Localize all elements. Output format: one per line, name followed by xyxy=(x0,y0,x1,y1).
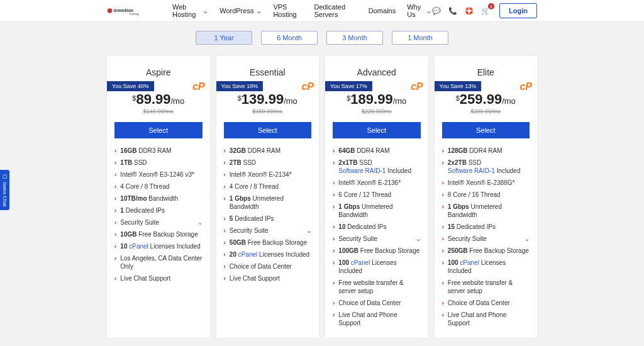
feature-item: Intel® Xeon® E-2388G* xyxy=(442,177,530,189)
nav-dedicated-servers[interactable]: Dedicated Servers xyxy=(314,3,357,18)
feature-item: 250GB Free Backup Storage xyxy=(442,245,530,257)
feature-item: Choice of Data Center xyxy=(333,297,421,309)
select-button[interactable]: Select xyxy=(442,122,530,138)
nav-label: VPS Hosting xyxy=(273,3,303,18)
feature-item: 10 cPanel Licenses Included xyxy=(114,240,203,252)
chevron-down-icon: ⌄ xyxy=(203,7,208,15)
chevron-down-icon: ⌄ xyxy=(416,235,421,243)
feature-item: 10 Dedicated IPs xyxy=(333,221,421,233)
term-6-month[interactable]: 6 Month xyxy=(261,31,318,45)
plan-price: $189.99/mo xyxy=(333,91,421,108)
select-button[interactable]: Select xyxy=(114,122,203,138)
feature-item: Intel® Xeon® E-2134* xyxy=(224,169,312,181)
feature-item: 4 Core / 8 Thread xyxy=(114,181,203,193)
original-price: $299.99/mo xyxy=(442,108,530,114)
chevron-down-icon: ⌄ xyxy=(306,226,311,235)
feature-item: 16GB DDR3 RAM xyxy=(114,145,203,157)
save-badge: You Save 40% xyxy=(107,81,154,91)
nav-label: WordPress xyxy=(219,7,253,14)
original-price: $169.99/mo xyxy=(224,108,312,114)
sales-chat-tab[interactable]: ▢ Sales Chat xyxy=(0,170,9,210)
plan-advanced: AdvancedYou Save 17%cP$189.99/mo$229.99/… xyxy=(325,56,428,338)
feature-list: 32GB DDR4 RAM2TB SSDIntel® Xeon® E-2134*… xyxy=(224,145,312,284)
nav-wordpress[interactable]: WordPress⌄ xyxy=(219,7,262,15)
nav-label: Why Us xyxy=(407,3,423,18)
plan-price: $139.99/mo xyxy=(224,91,312,108)
feature-item: Intel® Xeon® E-2136* xyxy=(333,177,421,189)
feature-item: 1 Gbps Unmetered Bandwidth xyxy=(333,201,421,221)
nav-label: Domains xyxy=(369,7,396,14)
feature-security-suite[interactable]: Security Suite⌄ xyxy=(442,233,530,245)
cpanel-icon: cP xyxy=(519,81,532,92)
feature-item: 1 Dedicated IPs xyxy=(114,204,203,216)
nav-domains[interactable]: Domains xyxy=(369,7,396,14)
chevron-down-icon: ⌄ xyxy=(525,235,530,243)
plan-price: $259.99/mo xyxy=(442,91,530,108)
plan-title: Essential xyxy=(224,67,312,77)
feature-item: 100 cPanel Licenses Included xyxy=(333,257,421,277)
feature-item: Choice of Data Center xyxy=(224,260,312,272)
feature-item: Free website transfer & server setup xyxy=(333,277,421,297)
feature-item: 10GB Free Backup Storage xyxy=(114,228,203,240)
feature-list: 128GB DDR4 RAM2x2TB SSDSoftware RAID-1 I… xyxy=(442,145,530,329)
nav-web-hosting[interactable]: Web Hosting⌄ xyxy=(172,3,208,18)
plan-essential: EssentialYou Save 18%cP$139.99/mo$169.99… xyxy=(216,56,319,338)
feature-security-suite[interactable]: Security Suite⌄ xyxy=(114,216,203,228)
feature-item: 2x2TB SSDSoftware RAID-1 Included xyxy=(442,157,530,177)
svg-point-0 xyxy=(108,8,113,13)
feature-item: 8 Core / 16 Thread xyxy=(442,189,530,201)
feature-item: Live Chat and Phone Support xyxy=(442,309,530,329)
feature-list: 64GB DDR4 RAM2x1TB SSDSoftware RAID-1 In… xyxy=(333,145,421,329)
chevron-down-icon: ⌄ xyxy=(197,218,203,226)
term-3-month[interactable]: 3 Month xyxy=(326,31,383,45)
sales-chat-label: Sales Chat xyxy=(2,182,8,206)
brand-logo[interactable]: inmotionhosting xyxy=(107,6,164,16)
cart-icon[interactable]: 🛒1 xyxy=(480,6,491,16)
nav-vps-hosting[interactable]: VPS Hosting xyxy=(273,3,303,18)
nav-label: Web Hosting xyxy=(172,3,200,18)
feature-item: Los Angeles, CA Data Center Only xyxy=(114,252,203,272)
plan-elite: EliteYou Save 13%cP$259.99/mo$299.99/moS… xyxy=(435,56,538,338)
plan-price: $89.99/mo xyxy=(114,91,203,108)
chevron-down-icon: ⌄ xyxy=(426,7,431,15)
term-1-year[interactable]: 1 Year xyxy=(196,31,252,45)
term-1-month[interactable]: 1 Month xyxy=(392,31,448,45)
feature-item: 100GB Free Backup Storage xyxy=(333,245,421,257)
feature-item: 5 Dedicated IPs xyxy=(224,213,312,225)
feature-item: Live Chat Support xyxy=(114,272,203,284)
feature-item: 50GB Free Backup Storage xyxy=(224,237,312,248)
nav-why-us[interactable]: Why Us⌄ xyxy=(407,3,431,18)
feature-item: Choice of Data Center xyxy=(442,297,530,309)
feature-item: Live Chat and Phone Support xyxy=(333,309,421,329)
cpanel-icon: cP xyxy=(301,81,314,92)
phone-icon[interactable]: 📞 xyxy=(448,6,458,16)
main-nav: Web Hosting⌄WordPress⌄VPS HostingDedicat… xyxy=(172,3,431,18)
feature-item: 1TB SSD xyxy=(114,157,203,169)
feature-item: 2x1TB SSDSoftware RAID-1 Included xyxy=(333,157,421,177)
pricing-plans: AspireYou Save 40%cP$89.99/mo$149.99/moS… xyxy=(0,56,644,338)
nav-label: Dedicated Servers xyxy=(314,3,357,18)
header-icons: 💬 📞 🛟 🛒1 xyxy=(431,6,491,16)
save-badge: You Save 17% xyxy=(325,81,372,91)
feature-security-suite[interactable]: Security Suite⌄ xyxy=(333,233,421,245)
feature-security-suite[interactable]: Security Suite⌄ xyxy=(224,225,312,237)
select-button[interactable]: Select xyxy=(224,122,312,138)
feature-item: Intel® Xeon® E3-1246 v3* xyxy=(114,169,203,181)
cpanel-icon: cP xyxy=(192,81,205,92)
plan-title: Elite xyxy=(442,67,530,77)
feature-item: 4 Core / 8 Thread xyxy=(224,181,312,193)
feature-item: 1 Gbps Unmetered Bandwidth xyxy=(224,193,312,213)
feature-item: Free website transfer & server setup xyxy=(442,277,530,297)
feature-item: 128GB DDR4 RAM xyxy=(442,145,530,157)
feature-item: 32GB DDR4 RAM xyxy=(224,145,312,157)
feature-item: 15 Dedicated IPs xyxy=(442,221,530,233)
feature-item: 64GB DDR4 RAM xyxy=(333,145,421,157)
feature-item: 6 Core / 12 Thread xyxy=(333,189,421,201)
plan-title: Advanced xyxy=(333,67,421,77)
select-button[interactable]: Select xyxy=(333,122,421,138)
chat-icon[interactable]: 💬 xyxy=(431,6,441,16)
support-icon[interactable]: 🛟 xyxy=(464,6,474,16)
chat-bubble-icon: ▢ xyxy=(2,174,8,179)
login-button[interactable]: Login xyxy=(499,3,537,18)
cpanel-icon: cP xyxy=(411,81,423,92)
